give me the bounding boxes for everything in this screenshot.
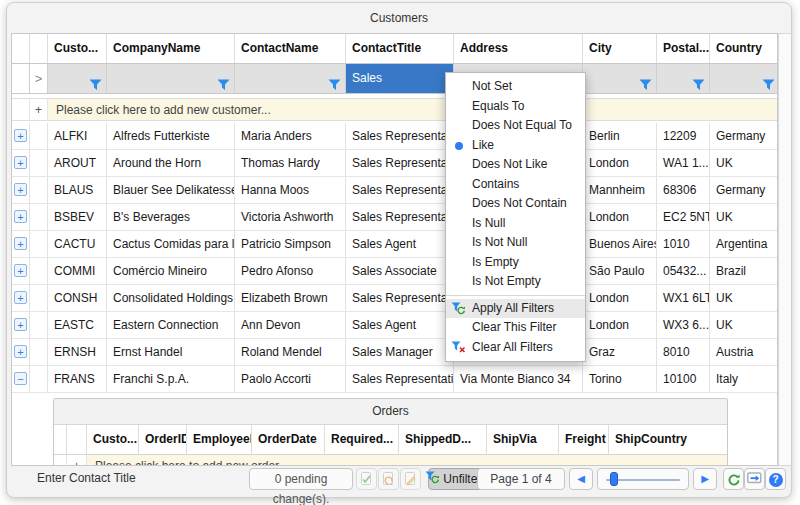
- expand-row-button[interactable]: [14, 210, 27, 223]
- column-header-companyname[interactable]: CompanyName: [107, 34, 235, 63]
- expand-row-button[interactable]: [14, 345, 27, 358]
- table-row[interactable]: CACTU Cactus Comidas para l... Patricio …: [12, 231, 777, 258]
- column-header-country[interactable]: Country: [710, 34, 778, 63]
- cell-contact-name[interactable]: Thomas Hardy: [235, 150, 346, 176]
- expand-row-button[interactable]: [14, 183, 27, 196]
- cell-postal-code[interactable]: WX1 6LT: [657, 285, 710, 311]
- cell-contact-title[interactable]: Sales Manager: [346, 339, 454, 365]
- cell-company-name[interactable]: Consolidated Holdings: [107, 285, 235, 311]
- cell-address[interactable]: Via Monte Bianco 34: [454, 366, 583, 392]
- menu-item[interactable]: Clear All Filters: [446, 338, 585, 358]
- cell-contact-title[interactable]: Sales Representative: [346, 204, 454, 230]
- expand-row-button[interactable]: [14, 318, 27, 331]
- filter-cell-postal[interactable]: [657, 64, 710, 93]
- menu-item[interactable]: Does Not Like: [446, 155, 585, 175]
- orders-column-shipcountry[interactable]: ShipCountry: [609, 425, 727, 454]
- cell-customer-id[interactable]: FRANS: [48, 366, 107, 392]
- page-slider[interactable]: [597, 468, 689, 490]
- cell-customer-id[interactable]: COMMI: [48, 258, 107, 284]
- cell-company-name[interactable]: Franchi S.p.A.: [107, 366, 235, 392]
- cell-country[interactable]: UK: [710, 312, 778, 338]
- cell-city[interactable]: London: [583, 312, 657, 338]
- cell-company-name[interactable]: Blauer See Delikatessen: [107, 177, 235, 203]
- revert-changes-button[interactable]: [378, 468, 399, 490]
- cell-contact-title[interactable]: Sales Associate: [346, 258, 454, 284]
- cell-postal-code[interactable]: 68306: [657, 177, 710, 203]
- menu-item[interactable]: Is Not Empty: [446, 272, 585, 292]
- add-customer-text[interactable]: Please click here to add new customer...: [48, 99, 777, 120]
- filter-funnel-icon[interactable]: [328, 73, 341, 102]
- column-header-contacttitle[interactable]: ContactTitle: [346, 34, 454, 63]
- cell-city[interactable]: London: [583, 285, 657, 311]
- expand-row-button[interactable]: [14, 237, 27, 250]
- cell-postal-code[interactable]: 1010: [657, 231, 710, 257]
- orders-column-freight[interactable]: Freight: [559, 425, 609, 454]
- cell-country[interactable]: Austria: [710, 339, 778, 365]
- expand-row-button[interactable]: [14, 264, 27, 277]
- cell-country[interactable]: Brazil: [710, 258, 778, 284]
- slider-thumb[interactable]: [610, 472, 618, 486]
- next-page-button[interactable]: ▶: [693, 468, 717, 490]
- table-row[interactable]: FRANS Franchi S.p.A. Paolo Accorti Sales…: [12, 366, 777, 393]
- table-row[interactable]: EASTC Eastern Connection Ann Devon Sales…: [12, 312, 777, 339]
- cell-postal-code[interactable]: 05432...: [657, 258, 710, 284]
- cell-company-name[interactable]: Alfreds Futterkiste: [107, 123, 235, 149]
- table-row[interactable]: CONSH Consolidated Holdings Elizabeth Br…: [12, 285, 777, 312]
- add-new-customer-row[interactable]: + Please click here to add new customer.…: [12, 98, 777, 121]
- table-row[interactable]: AROUT Around the Horn Thomas Hardy Sales…: [12, 150, 777, 177]
- column-header-contactname[interactable]: ContactName: [235, 34, 346, 63]
- show-panel-button[interactable]: [744, 468, 765, 490]
- filter-funnel-icon[interactable]: [639, 73, 652, 102]
- cell-contact-title[interactable]: Sales Representative: [346, 177, 454, 203]
- expand-row-button[interactable]: [14, 156, 27, 169]
- table-row[interactable]: BLAUS Blauer See Delikatessen Hanna Moos…: [12, 177, 777, 204]
- orders-column-shipvia[interactable]: ShipVia: [487, 425, 559, 454]
- expand-row-button[interactable]: [14, 372, 27, 385]
- cell-country[interactable]: Italy: [710, 366, 778, 392]
- cell-city[interactable]: São Paulo: [583, 258, 657, 284]
- menu-item[interactable]: Does Not Contain: [446, 194, 585, 214]
- vertical-scrollbar[interactable]: [778, 33, 791, 466]
- filter-funnel-icon[interactable]: [89, 73, 102, 102]
- cell-customer-id[interactable]: EASTC: [48, 312, 107, 338]
- cell-contact-name[interactable]: Roland Mendel: [235, 339, 346, 365]
- refresh-button[interactable]: [723, 468, 744, 490]
- cell-contact-name[interactable]: Patricio Simpson: [235, 231, 346, 257]
- cell-customer-id[interactable]: BSBEV: [48, 204, 107, 230]
- orders-column-orderid[interactable]: OrderID: [139, 425, 187, 454]
- cell-postal-code[interactable]: 10100: [657, 366, 710, 392]
- menu-item[interactable]: Equals To: [446, 97, 585, 117]
- orders-column-employeeid[interactable]: EmployeeID: [187, 425, 252, 454]
- expand-row-button[interactable]: [14, 129, 27, 142]
- cell-customer-id[interactable]: BLAUS: [48, 177, 107, 203]
- cell-customer-id[interactable]: ALFKI: [48, 123, 107, 149]
- cell-postal-code[interactable]: WA1 1...: [657, 150, 710, 176]
- filter-funnel-icon[interactable]: [692, 73, 705, 102]
- cell-customer-id[interactable]: CACTU: [48, 231, 107, 257]
- table-row[interactable]: ERNSH Ernst Handel Roland Mendel Sales M…: [12, 339, 777, 366]
- column-header-customerid[interactable]: Custo...: [48, 34, 107, 63]
- cell-contact-title[interactable]: Sales Agent: [346, 231, 454, 257]
- cell-company-name[interactable]: Ernst Handel: [107, 339, 235, 365]
- cell-company-name[interactable]: B's Beverages: [107, 204, 235, 230]
- column-header-postal[interactable]: Postal...: [657, 34, 710, 63]
- cell-city[interactable]: London: [583, 150, 657, 176]
- cell-city[interactable]: Buenos Aires: [583, 231, 657, 257]
- cell-company-name[interactable]: Comércio Mineiro: [107, 258, 235, 284]
- menu-item[interactable]: Contains: [446, 175, 585, 195]
- cell-country[interactable]: UK: [710, 285, 778, 311]
- expand-row-button[interactable]: [14, 291, 27, 304]
- filter-cell-companyname[interactable]: [107, 64, 235, 93]
- table-row[interactable]: BSBEV B's Beverages Victoria Ashworth Sa…: [12, 204, 777, 231]
- cell-company-name[interactable]: Eastern Connection: [107, 312, 235, 338]
- cell-postal-code[interactable]: 8010: [657, 339, 710, 365]
- filter-funnel-icon[interactable]: [762, 73, 775, 102]
- help-button[interactable]: ?: [765, 468, 786, 490]
- cell-customer-id[interactable]: ERNSH: [48, 339, 107, 365]
- orders-column-requireddate[interactable]: Required...: [325, 425, 399, 454]
- cell-country[interactable]: Germany: [710, 177, 778, 203]
- cell-country[interactable]: Argentina: [710, 231, 778, 257]
- menu-item[interactable]: Apply All Filters: [446, 299, 585, 319]
- cell-contact-name[interactable]: Victoria Ashworth: [235, 204, 346, 230]
- filter-cell-contactname[interactable]: [235, 64, 346, 93]
